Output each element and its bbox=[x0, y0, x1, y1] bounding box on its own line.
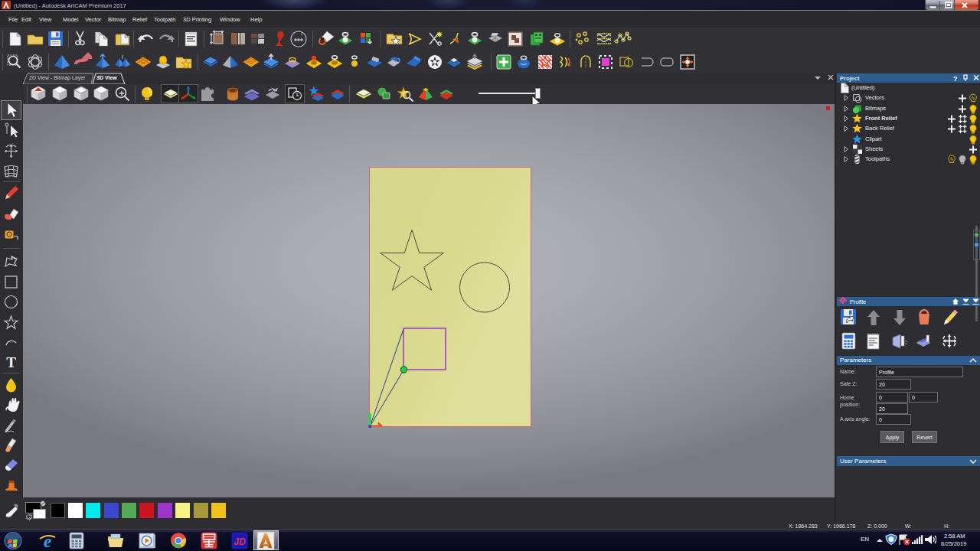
svg-text:?: ? bbox=[953, 75, 958, 82]
svg-text:e: e bbox=[44, 532, 51, 549]
svg-text:JD: JD bbox=[234, 536, 246, 547]
svg-text:T: T bbox=[6, 354, 16, 370]
